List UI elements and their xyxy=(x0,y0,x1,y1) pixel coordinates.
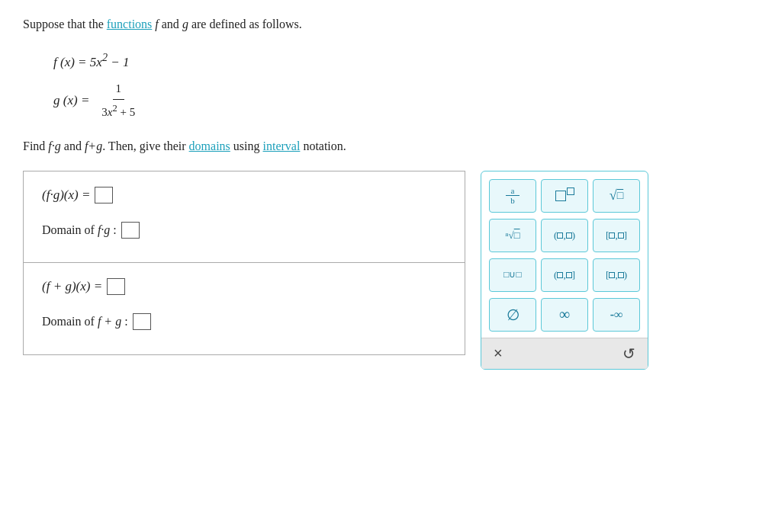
fgsum-domain-input[interactable] xyxy=(133,313,151,330)
g-fraction: 1 3x2 + 5 xyxy=(98,78,138,123)
answer-box: (f·g)(x) = Domain of f·g : (f + g)(x) = … xyxy=(23,171,465,355)
union-button[interactable]: □∪□ xyxy=(489,258,536,292)
closed-open-button[interactable]: [,) xyxy=(593,258,640,292)
functions-block: f (x) = 5x2 − 1 g (x) = 1 3x2 + 5 xyxy=(53,47,749,123)
intro-paragraph: Suppose that the functions f and g are d… xyxy=(23,15,749,34)
fg-product-section: (f·g)(x) = Domain of f·g : xyxy=(24,171,465,263)
symbol-grid: a b √□ ⁿ√□ (,) xyxy=(489,179,640,332)
cancel-button[interactable]: × xyxy=(494,345,503,362)
interval-link[interactable]: interval xyxy=(263,139,301,152)
fg-sum-section: (f + g)(x) = Domain of f + g : xyxy=(24,263,465,354)
fg-product-label: (f·g)(x) = xyxy=(42,187,90,203)
fg-domain-input[interactable] xyxy=(121,222,140,239)
empty-set-button[interactable]: ∅ xyxy=(489,298,536,332)
main-area: (f·g)(x) = Domain of f·g : (f + g)(x) = … xyxy=(23,171,749,370)
f-expression: f (x) = 5x2 − 1 xyxy=(53,47,129,75)
fg-product-row: (f·g)(x) = xyxy=(42,187,446,204)
fg-sum-label: (f + g)(x) = xyxy=(42,279,102,294)
open-open-icon: (,) xyxy=(554,229,575,242)
nthroot-icon: ⁿ√□ xyxy=(505,229,519,242)
fgsum-domain-row: Domain of f + g : xyxy=(42,313,446,330)
fg-domain-label: Domain of f·g : xyxy=(42,223,117,237)
fg-sum-input[interactable] xyxy=(107,278,125,295)
neg-infinity-button[interactable]: -∞ xyxy=(593,298,640,332)
g-definition: g (x) = 1 3x2 + 5 xyxy=(53,78,749,123)
symbol-panel: a b √□ ⁿ√□ (,) xyxy=(481,171,648,370)
fg-domain-row: Domain of f·g : xyxy=(42,222,446,239)
g-numerator: 1 xyxy=(113,78,125,101)
open-closed-button[interactable]: (,] xyxy=(541,258,588,292)
union-icon: □∪□ xyxy=(503,269,522,280)
f-definition: f (x) = 5x2 − 1 xyxy=(53,47,749,75)
domains-link[interactable]: domains xyxy=(189,139,230,152)
neg-infinity-icon: -∞ xyxy=(610,308,623,322)
closed-closed-icon: [,] xyxy=(606,229,627,242)
open-open-button[interactable]: (,) xyxy=(541,219,588,252)
open-closed-icon: (,] xyxy=(554,269,575,281)
undo-button[interactable]: ↺ xyxy=(622,345,635,363)
g-label: g (x) = xyxy=(53,88,89,113)
infinity-button[interactable]: ∞ xyxy=(541,298,588,332)
functions-link[interactable]: functions xyxy=(107,18,153,30)
fgsum-domain-label: Domain of f + g : xyxy=(42,315,128,328)
sqrt-button[interactable]: √□ xyxy=(593,179,640,213)
nthroot-button[interactable]: ⁿ√□ xyxy=(489,219,536,252)
fg-sum-row: (f + g)(x) = xyxy=(42,278,446,295)
find-paragraph: Find f·g and f+g. Then, give their domai… xyxy=(23,137,749,155)
fraction-icon: a b xyxy=(506,186,519,205)
fg-product-input[interactable] xyxy=(95,187,113,204)
g-denominator: 3x2 + 5 xyxy=(98,100,138,123)
fraction-button[interactable]: a b xyxy=(489,179,536,213)
superscript-button[interactable] xyxy=(541,179,588,213)
closed-closed-button[interactable]: [,] xyxy=(593,219,640,252)
superscript-icon xyxy=(555,191,574,201)
empty-set-icon: ∅ xyxy=(507,306,519,324)
symbol-panel-bottom: × ↺ xyxy=(481,338,648,369)
infinity-icon: ∞ xyxy=(559,306,570,323)
closed-open-icon: [,) xyxy=(606,269,627,281)
sqrt-icon: √□ xyxy=(610,187,623,204)
